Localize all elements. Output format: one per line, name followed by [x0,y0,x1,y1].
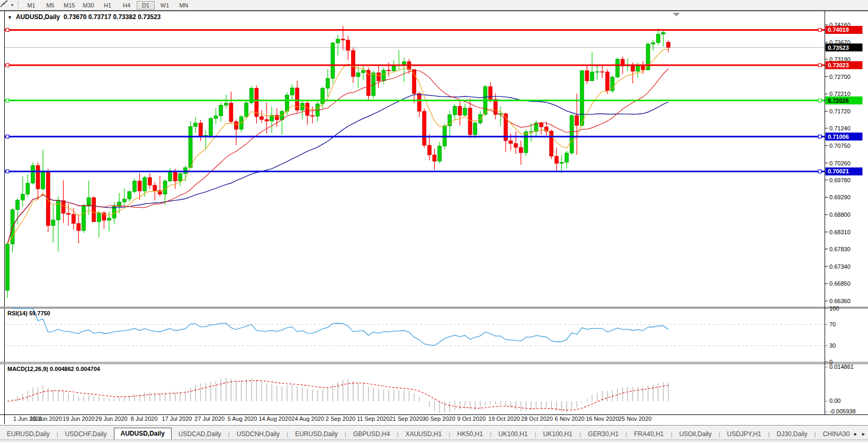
date-label: 24 Aug 2020 [291,416,324,422]
timeframe-m30[interactable]: M30 [79,1,97,10]
candle-body [260,117,264,119]
candle-body [16,200,20,210]
candle-body [290,88,294,95]
ohlc-close: 0.73523 [138,13,160,21]
candle-body [427,145,431,155]
candle-body [473,123,477,135]
candle-body [265,119,269,121]
date-label: 11 Sep 2020 [357,416,390,422]
candle-body [575,116,579,126]
chart-tools-caret-icon[interactable]: ▾ [11,3,13,7]
candle-body [148,178,151,185]
candle-body [194,123,198,127]
timeframe-h1[interactable]: H1 [99,1,117,10]
hline-handle[interactable] [818,170,821,173]
candle-body [346,40,350,50]
candle-body [133,181,137,192]
candle-body [463,108,467,115]
candle-body [219,105,223,116]
candle-body [554,156,558,163]
timeframe-h4[interactable]: H4 [118,1,136,10]
macd-tick-label: 0.00 [829,397,840,404]
candle-body [311,116,315,116]
price-tick-label: 0.66850 [829,280,851,287]
candle-body [229,103,233,122]
rsi-label: RSI(14) 59.7750 [7,310,50,316]
rsi-value: 59.7750 [29,310,50,316]
date-label: 5 Aug 2020 [228,416,257,422]
candle-body [468,108,472,135]
candle-body [26,183,30,195]
date-label: 10 Jun 2020 [30,416,62,422]
hline-handle[interactable] [6,135,9,138]
candle-body [178,174,182,181]
price-label-0.71006-text: 0.71006 [828,134,849,140]
candle-body [51,220,55,226]
timeframe-m15[interactable]: M15 [60,1,78,10]
macd-name: MACD(12,26,9) [7,366,48,372]
hline-handle[interactable] [818,28,821,31]
chart-tools-icon[interactable] [1,1,11,10]
rsi-tick-label: 70 [829,321,836,328]
candle-body [605,72,609,91]
hline-handle[interactable] [818,99,821,102]
candle-body [163,181,167,195]
hline-handle[interactable] [818,64,821,67]
candle-body [122,199,126,202]
candle-body [189,127,192,167]
candle-body [458,107,462,116]
candle-body [173,171,177,181]
candle-body [661,32,665,34]
date-label: 2 Sep 2020 [326,416,355,422]
current-price-label-text: 0.73523 [828,45,849,51]
candle-body [631,65,634,71]
candle-body [31,165,35,183]
candle-body [143,178,147,191]
chart-canvas[interactable]: 0.741600.736700.731900.727000.722100.717… [0,0,868,442]
candle-body [331,43,335,78]
chart-title: ▼AUDUSD,Daily 0.73670 0.73717 0.73382 0.… [7,13,161,21]
price-tick-label: 0.69780 [829,177,851,183]
candle-body [184,167,187,173]
timeframe-mn[interactable]: MN [175,1,193,10]
price-label-0.74019-text: 0.74019 [828,26,849,33]
candle-body [108,218,111,220]
candle-body [336,39,340,43]
chart-menu-caret-icon[interactable]: ▼ [7,15,12,20]
candle-body [356,73,360,76]
hline-handle[interactable] [6,99,9,102]
candle-body [565,153,569,162]
hline-handle[interactable] [6,28,9,31]
timeframe-d1[interactable]: D1 [137,1,155,10]
timeframe-w1[interactable]: W1 [156,1,174,10]
candle-body [601,72,604,72]
hline-handle[interactable] [6,64,9,67]
price-tick-label: 0.67830 [829,246,851,252]
candle-body [656,34,660,42]
candle-body [41,172,45,189]
candle-body [529,131,533,132]
price-tick-label: 0.66360 [829,298,851,304]
hline-handle[interactable] [818,135,821,138]
price-tick-label: 0.72210 [829,91,851,97]
candle-body [362,70,365,73]
candle-body [585,70,589,81]
date-label: 14 Aug 2020 [259,416,292,422]
toolbar-grip[interactable] [17,2,19,8]
candle-body [377,73,380,81]
candle-body [387,70,391,70]
candle-body [285,95,289,111]
date-label: 28 Oct 2020 [521,416,553,422]
timeframe-m5[interactable]: M5 [41,1,59,10]
candle-body [489,86,493,99]
macd-signal-value: 0.004704 [76,366,100,372]
timeframe-m1[interactable]: M1 [22,1,40,10]
price-tick-label: 0.70750 [829,143,851,149]
candle-body [453,107,457,115]
hline-handle[interactable] [6,170,9,173]
candle-body [651,42,655,44]
price-tick-label: 0.68800 [829,211,851,218]
candle-body [392,65,396,71]
candle-body [82,206,86,231]
price-label-0.72026-text: 0.72026 [828,98,849,104]
